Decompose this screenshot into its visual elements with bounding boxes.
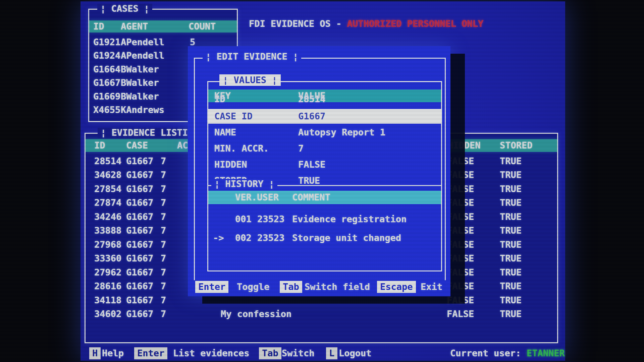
evidence-case: G1667 (126, 281, 153, 291)
evidence-name: My confession (221, 309, 291, 319)
app-title-text: FDI EVIDENCE OS - (249, 18, 347, 29)
evidence-case: G1667 (126, 226, 153, 236)
evidence-acc: 7 (161, 267, 166, 278)
value-val: G1667 (298, 111, 325, 121)
tab-key-badge[interactable]: Tab (259, 347, 281, 359)
value-key: CASE ID (214, 111, 253, 121)
evidence-case: G1667 (126, 212, 153, 222)
evidence-id: 27874 (94, 198, 121, 208)
evidence-col-hidden: HIDDEN (448, 140, 481, 150)
evidence-hidden: FALSE (447, 267, 474, 278)
evidence-hidden: FALSE (447, 226, 474, 236)
value-row[interactable]: NAME Autopsy Report 1 (208, 125, 441, 140)
value-val: 7 (298, 143, 304, 154)
evidence-col-case: CASE (126, 140, 148, 150)
evidence-hidden: FALSE (447, 170, 474, 180)
evidence-acc: 7 (161, 156, 166, 166)
evidence-case: G1667 (126, 184, 153, 194)
evidence-stored: TRUE (500, 267, 522, 278)
evidence-id: 34628 (94, 170, 121, 180)
evidence-id: 34246 (94, 212, 121, 222)
evidence-acc: 7 (161, 253, 166, 263)
value-row[interactable]: HIDDEN FALSE (208, 157, 441, 172)
current-user-label: Current user: (450, 348, 521, 358)
evidence-stored: TRUE (500, 198, 522, 208)
history-box-title: ¦ HISTORY ¦ (211, 179, 277, 189)
evidence-hidden: FALSE (447, 281, 474, 291)
evidence-acc: 7 (161, 198, 166, 208)
value-val: Autopsy Report 1 (298, 127, 385, 137)
history-row-arrow-icon: -> (213, 233, 224, 243)
evidence-stored: TRUE (500, 240, 522, 250)
case-count: 5 (190, 37, 195, 47)
evidence-stored: TRUE (500, 170, 522, 180)
evidence-acc: 7 (161, 170, 166, 180)
app-title-warning: AUTHORIZED PERSONNEL ONLY (347, 18, 483, 29)
evidence-hidden: FALSE (447, 184, 474, 194)
history-comment: Storage unit changed (292, 233, 401, 243)
tab-key-badge[interactable]: Tab (280, 281, 302, 293)
history-user: 23523 (257, 233, 284, 243)
evidence-acc: 7 (161, 295, 166, 305)
history-col-ver-user: VER.USER (235, 192, 279, 202)
evidence-col-id: ID (94, 140, 105, 150)
evidence-id: 28514 (94, 156, 121, 166)
help-key-badge[interactable]: H (89, 347, 101, 359)
evidence-hidden: FALSE (447, 212, 474, 222)
list-evidences-label: List evidences (173, 348, 250, 358)
evidence-id: 27962 (94, 267, 121, 278)
help-label: Help (102, 348, 124, 358)
evidence-hidden: FALSE (447, 309, 474, 319)
evidence-id: 28616 (94, 281, 121, 291)
value-row[interactable]: ID 28514 (208, 93, 441, 108)
value-row[interactable]: MIN. ACCR. 7 (208, 141, 441, 156)
evidence-acc: 7 (161, 281, 166, 291)
value-key: MIN. ACCR. (214, 143, 269, 154)
tab-hint-label: Switch field (305, 282, 370, 292)
case-agent: BWalker (121, 64, 159, 74)
evidence-col-stored: STORED (500, 140, 533, 150)
case-id: G1667 (93, 78, 120, 88)
value-row-selected[interactable]: CASE ID G1667 (208, 109, 441, 124)
evidence-id: 33360 (94, 253, 121, 263)
case-agent: BWalker (121, 92, 159, 102)
evidence-id: 34118 (94, 295, 121, 305)
escape-hint-label: Exit (421, 282, 442, 292)
evidence-stored: TRUE (500, 212, 522, 222)
logout-key-badge[interactable]: L (326, 347, 337, 359)
evidence-stored: TRUE (500, 281, 522, 291)
evidence-id: 27968 (94, 240, 121, 250)
evidence-case: G1667 (126, 253, 153, 263)
dialog-hint-bar: Enter Toggle Tab Switch field Escape Exi… (194, 280, 446, 295)
evidence-stored: TRUE (500, 253, 522, 263)
value-key: HIDDEN (214, 160, 247, 170)
cases-col-id: ID (93, 21, 104, 32)
value-val: FALSE (298, 160, 325, 170)
values-box: KEY VALUE ID 28514 CASE ID G1667 NAME Au… (207, 81, 442, 194)
case-id: G1921 (93, 37, 120, 47)
history-user: 23523 (257, 214, 284, 224)
escape-key-badge[interactable]: Escape (377, 281, 416, 293)
enter-key-badge[interactable]: Enter (195, 281, 228, 293)
evidence-case: G1667 (126, 267, 153, 278)
current-user-value: ETANNER (527, 348, 565, 358)
evidence-id: 34602 (94, 309, 121, 319)
crt-bezel: FDI EVIDENCE OS - AUTHORIZED PERSONNEL O… (0, 0, 644, 362)
case-agent: APendell (121, 51, 164, 61)
history-header-row: VER.USER COMMENT (208, 191, 441, 204)
evidence-hidden: FALSE (447, 295, 474, 305)
case-id: X4655 (93, 105, 120, 115)
evidence-case: G1667 (126, 240, 153, 250)
value-key: ID (214, 94, 225, 104)
history-col-comment: COMMENT (292, 192, 330, 202)
terminal-screen: FDI EVIDENCE OS - AUTHORIZED PERSONNEL O… (80, 1, 565, 361)
evidence-acc: 7 (161, 226, 166, 236)
value-val: TRUE (298, 176, 320, 186)
evidence-stored: TRUE (500, 295, 522, 305)
evidence-acc: 7 (161, 240, 166, 250)
cases-panel-title: ¦ CASES ¦ (97, 4, 152, 14)
case-id: G1669 (93, 92, 120, 102)
evidence-acc: 7 (161, 309, 166, 319)
status-bar: H Help Enter List evidences Tab Switch L… (80, 347, 565, 361)
enter-key-badge[interactable]: Enter (134, 347, 167, 359)
